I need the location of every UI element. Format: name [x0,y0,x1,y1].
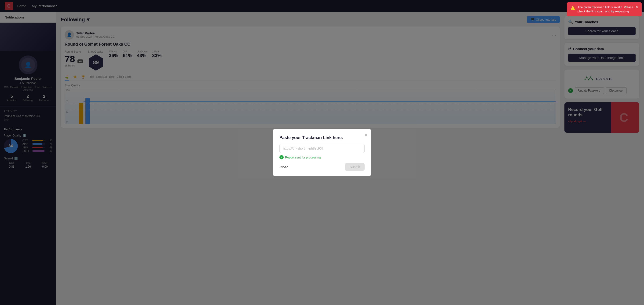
trackman-link-input[interactable] [280,144,364,153]
modal-success-message: ✓ Report sent for processing [280,155,364,160]
success-checkmark-icon: ✓ [280,155,284,160]
trackman-modal: Paste your Trackman Link here. × ✓ Repor… [273,129,371,176]
modal-submit-button[interactable]: Submit [345,163,364,171]
error-close-button[interactable]: × [636,5,638,9]
modal-close-button[interactable]: Close [280,165,288,169]
modal-title: Paste your Trackman Link here. [280,135,364,140]
modal-close-x-button[interactable]: × [364,132,368,137]
modal-overlay[interactable]: Paste your Trackman Link here. × ✓ Repor… [0,0,644,305]
warning-icon: ⚠️ [570,6,575,10]
success-text: Report sent for processing [285,156,320,159]
error-message: The given trackman link is invalid. Plea… [578,5,634,14]
modal-footer: Close Submit [280,163,364,171]
error-banner: ⚠️ The given trackman link is invalid. P… [567,2,642,16]
